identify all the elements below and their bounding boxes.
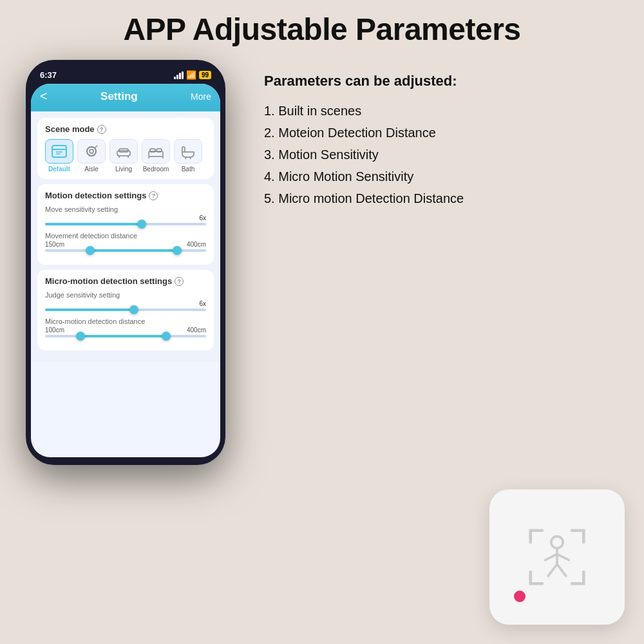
distance-slider-section: Movement detection distance 150cm 400cm — [45, 232, 206, 252]
micro-sensitivity-fill — [45, 308, 134, 311]
page-title: APP Adjustable Parameters — [0, 0, 644, 53]
distance-track[interactable] — [45, 249, 206, 252]
sensitivity-thumb[interactable] — [137, 220, 146, 229]
scene-bath-label: Bath — [182, 166, 195, 173]
status-bar: 6:37 📶 99 — [31, 68, 220, 84]
param-3: 3. Motion Sensitivity — [264, 144, 618, 166]
micro-motion-label: Micro-motion detection settings ? — [45, 276, 206, 286]
sensitivity-track[interactable] — [45, 223, 206, 225]
back-button[interactable]: < — [40, 89, 48, 104]
micro-distance-labels: 100cm 400cm — [45, 327, 206, 334]
micro-distance-label: Micro-motion detection distance — [45, 317, 206, 325]
device-container — [489, 489, 625, 625]
svg-line-24 — [557, 564, 566, 576]
scene-aisle-label: Aisle — [84, 166, 99, 173]
scene-bath-icon — [174, 139, 202, 164]
scene-living[interactable]: Living — [109, 139, 138, 173]
screen-title: Setting — [100, 90, 138, 103]
scene-mode-label: Scene mode ? — [45, 124, 206, 134]
svg-line-17 — [185, 157, 186, 159]
svg-line-22 — [557, 554, 569, 560]
scene-bedroom-label: Bedroom — [143, 166, 169, 173]
phone-wrapper: 6:37 📶 99 < Setting More — [26, 60, 245, 465]
svg-point-4 — [87, 147, 96, 156]
micro-dist-min: 100cm — [45, 327, 64, 334]
micro-sensitivity-value: 6x — [45, 300, 206, 307]
svg-rect-12 — [150, 149, 155, 152]
distance-label: Movement detection distance — [45, 232, 206, 240]
scene-bedroom[interactable]: Bedroom — [142, 139, 170, 173]
micro-distance-section: Micro-motion detection distance 100cm 40… — [45, 317, 206, 337]
phone-screen: < Setting More Scene mode ? — [31, 84, 220, 457]
micro-distance-track[interactable] — [45, 335, 206, 337]
scene-default-icon — [45, 139, 73, 164]
motion-detection-label: Motion detection settings ? — [45, 191, 206, 200]
scene-bedroom-icon — [142, 139, 170, 164]
distance-thumb-left[interactable] — [86, 246, 95, 255]
sensitivity-slider-section: Move sensitivity setting 6x — [45, 205, 206, 225]
svg-rect-0 — [52, 146, 66, 157]
main-layout: 6:37 📶 99 < Setting More — [0, 53, 644, 465]
motion-help-icon[interactable]: ? — [149, 191, 158, 200]
distance-range-labels: 150cm 400cm — [45, 241, 206, 248]
distance-fill — [90, 249, 177, 252]
device-led — [514, 591, 526, 602]
micro-sensitivity-section: Judge sensitivity setting 6x — [45, 291, 206, 311]
scene-mode-card: Scene mode ? — [37, 118, 214, 179]
param-1: 1. Built in scenes — [264, 100, 618, 122]
micro-sensitivity-label: Judge sensitivity setting — [45, 291, 206, 299]
signal-icon — [174, 71, 184, 79]
sensitivity-fill — [45, 223, 142, 225]
battery-indicator: 99 — [199, 71, 211, 79]
param-4: 4. Micro Motion Sensitivity — [264, 166, 618, 187]
micro-dist-max: 400cm — [187, 327, 206, 334]
distance-max-label: 400cm — [187, 241, 206, 248]
right-panel: Parameters can be adjusted: 1. Built in … — [245, 53, 631, 222]
phone-outer: 6:37 📶 99 < Setting More — [26, 60, 225, 465]
device-box — [489, 489, 625, 625]
scene-living-icon — [109, 139, 138, 164]
svg-line-23 — [548, 564, 557, 576]
distance-thumb-right[interactable] — [173, 246, 182, 255]
scene-default[interactable]: Default — [45, 139, 73, 173]
sensitivity-value: 6x — [45, 214, 206, 222]
params-title: Parameters can be adjusted: — [264, 73, 618, 90]
svg-point-5 — [90, 149, 93, 153]
svg-line-18 — [190, 157, 191, 159]
sensitivity-label: Move sensitivity setting — [45, 205, 206, 213]
svg-line-21 — [545, 554, 557, 560]
wifi-icon: 📶 — [186, 70, 196, 80]
micro-sensitivity-track[interactable] — [45, 308, 206, 311]
micro-distance-thumb-right[interactable] — [162, 332, 171, 341]
micro-distance-thumb-left[interactable] — [76, 332, 85, 341]
svg-line-6 — [95, 146, 97, 148]
param-2: 2. Moteion Detection Distance — [264, 122, 618, 144]
app-header: < Setting More — [31, 84, 220, 111]
scene-aisle[interactable]: Aisle — [77, 139, 106, 173]
motion-detection-card: Motion detection settings ? Move sensiti… — [37, 184, 214, 265]
status-icons: 📶 99 — [174, 70, 211, 80]
scene-default-label: Default — [48, 166, 70, 173]
help-icon[interactable]: ? — [97, 125, 106, 134]
micro-help-icon[interactable]: ? — [175, 277, 184, 286]
scene-aisle-icon — [77, 139, 106, 164]
svg-rect-13 — [156, 149, 162, 152]
param-5: 5. Micro motion Detection Distance — [264, 187, 618, 209]
scene-icons-row: Default — [45, 139, 206, 173]
micro-motion-card: Micro-motion detection settings ? Judge … — [37, 270, 214, 350]
distance-min-label: 150cm — [45, 241, 64, 248]
micro-distance-fill — [80, 335, 166, 337]
micro-sensitivity-thumb[interactable] — [129, 305, 138, 314]
phone-time: 6:37 — [40, 70, 57, 80]
scene-bath[interactable]: Bath — [174, 139, 202, 173]
svg-point-19 — [551, 536, 563, 548]
app-content: Scene mode ? — [31, 111, 220, 362]
scene-living-label: Living — [115, 166, 132, 173]
more-button[interactable]: More — [191, 91, 211, 102]
device-person-icon — [522, 522, 592, 592]
